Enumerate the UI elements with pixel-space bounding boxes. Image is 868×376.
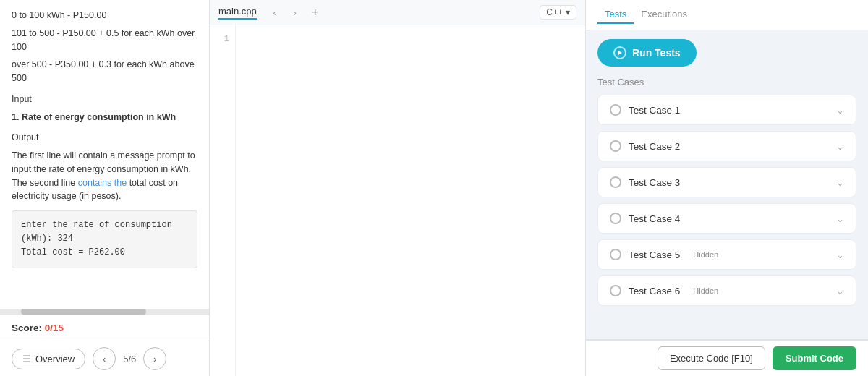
test-case-name-2: Test Case 2	[629, 141, 680, 152]
action-bar: Execute Code [F10] Submit Code	[586, 340, 868, 376]
test-case-name-1: Test Case 1	[629, 105, 680, 116]
test-radio-1	[610, 104, 621, 116]
chevron-down-icon-6: ⌄	[836, 286, 844, 296]
code-example: Enter the rate of consumption (kWh): 324…	[12, 210, 197, 268]
test-case-item-3[interactable]: Test Case 3 ⌄	[597, 167, 856, 197]
test-radio-3	[610, 176, 621, 188]
test-case-name-4: Test Case 4	[629, 213, 680, 224]
add-file-button[interactable]: +	[307, 4, 323, 20]
right-panel-content: Run Tests Test Cases Test Case 1 ⌄ Test …	[586, 30, 868, 339]
test-case-left-4: Test Case 4	[610, 213, 680, 224]
test-case-left-5: Test Case 5 Hidden	[610, 249, 718, 260]
file-tab[interactable]: main.cpp	[218, 6, 257, 20]
test-radio-5	[610, 249, 621, 260]
score-bar: Score: 0/15	[0, 315, 209, 341]
right-panel-header: Tests Executions	[586, 0, 868, 30]
editor-header: main.cpp ‹ › + C++ ▾	[210, 0, 585, 25]
tariff-line-3: over 500 - P350.00 + 0.3 for each kWh ab…	[12, 58, 197, 85]
chevron-down-icon-4: ⌄	[836, 213, 844, 224]
editor-content[interactable]	[236, 25, 585, 376]
overview-button[interactable]: ☰ Overview	[12, 349, 85, 369]
run-tests-button[interactable]: Run Tests	[597, 39, 697, 67]
tab-executions[interactable]: Executions	[634, 6, 694, 24]
tab-tests[interactable]: Tests	[597, 6, 634, 24]
code-line-1: Enter the rate of consumption (kWh): 324	[21, 218, 188, 246]
test-case-left-6: Test Case 6 Hidden	[610, 285, 718, 296]
page-indicator: 5/6	[123, 354, 136, 364]
line-numbers: 1	[210, 25, 236, 376]
test-case-left-3: Test Case 3	[610, 176, 680, 188]
chevron-down-icon-3: ⌄	[836, 177, 844, 188]
test-radio-2	[610, 140, 621, 152]
hidden-badge-5: Hidden	[693, 250, 718, 259]
test-radio-4	[610, 213, 621, 224]
test-case-name-3: Test Case 3	[629, 177, 680, 188]
code-line-2: Total cost = P262.00	[21, 246, 188, 260]
run-icon	[613, 46, 626, 59]
language-selector[interactable]: C++ ▾	[540, 5, 576, 20]
prev-page-button[interactable]: ‹	[93, 347, 116, 370]
output-desc-1: The first line will contain a message pr…	[12, 149, 197, 203]
test-case-left-1: Test Case 1	[610, 104, 680, 116]
test-case-name-5: Test Case 5	[629, 249, 680, 260]
tariff-line-1: 0 to 100 kWh - P150.00	[12, 9, 197, 22]
test-case-item-2[interactable]: Test Case 2 ⌄	[597, 131, 856, 161]
run-tests-label: Run Tests	[632, 47, 681, 59]
execute-button[interactable]: Execute Code [F10]	[658, 346, 765, 370]
next-page-button[interactable]: ›	[143, 347, 166, 370]
prev-icon: ‹	[103, 354, 106, 364]
scrollbar-thumb	[21, 309, 146, 315]
line-number-1: 1	[210, 33, 229, 46]
score-value: 0/15	[45, 322, 64, 333]
chevron-down-icon-5: ⌄	[836, 249, 844, 260]
test-case-name-6: Test Case 6	[629, 286, 680, 296]
tariff-line-2: 101 to 500 - P150.00 + 0.5 for each kWh …	[12, 27, 197, 54]
editor-body: 1	[210, 25, 585, 376]
bottom-navigation: ☰ Overview ‹ 5/6 ›	[0, 341, 209, 376]
test-case-item-6[interactable]: Test Case 6 Hidden ⌄	[597, 275, 856, 306]
submit-button[interactable]: Submit Code	[773, 346, 856, 370]
hamburger-icon: ☰	[22, 354, 31, 364]
test-case-item-4[interactable]: Test Case 4 ⌄	[597, 203, 856, 234]
input-label: Input	[12, 93, 197, 106]
output-label: Output	[12, 131, 197, 145]
test-case-left-2: Test Case 2	[610, 140, 680, 152]
test-case-item-5[interactable]: Test Case 5 Hidden ⌄	[597, 239, 856, 270]
test-radio-6	[610, 285, 621, 296]
horizontal-scrollbar[interactable]	[0, 309, 209, 315]
input-detail: 1. Rate of energy consumption in kWh	[12, 111, 197, 124]
editor-next-btn[interactable]: ›	[287, 4, 303, 20]
score-label: Score:	[12, 322, 42, 333]
next-icon: ›	[153, 354, 156, 364]
chevron-down-icon: ▾	[566, 7, 570, 17]
chevron-down-icon-1: ⌄	[836, 105, 844, 116]
language-label: C++	[546, 7, 563, 17]
test-cases-heading: Test Cases	[597, 77, 856, 87]
hidden-badge-6: Hidden	[693, 286, 718, 295]
test-case-item-1[interactable]: Test Case 1 ⌄	[597, 95, 856, 125]
editor-prev-btn[interactable]: ‹	[267, 4, 283, 20]
overview-label: Overview	[35, 354, 75, 364]
chevron-down-icon-2: ⌄	[836, 141, 844, 152]
